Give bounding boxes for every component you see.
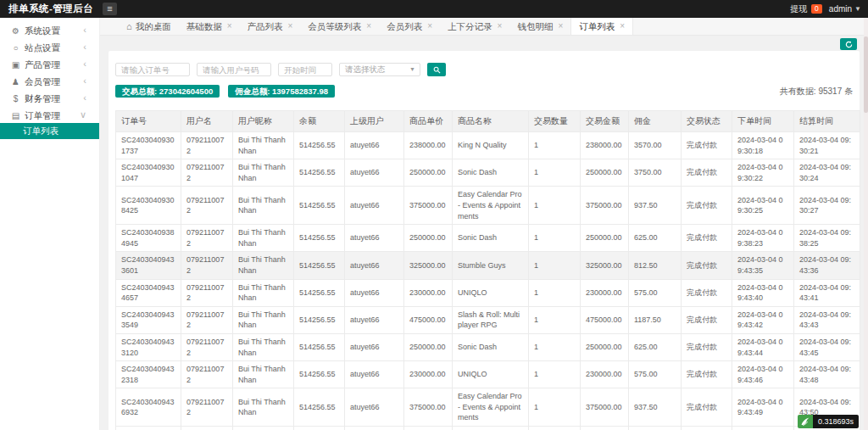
close-icon[interactable]: × [558, 18, 563, 35]
table-cell: 2024-03-04 09:30:27 [794, 187, 860, 225]
table-cell: SC24030409308425 [116, 187, 181, 225]
tab[interactable]: 基础数据× [179, 18, 240, 35]
table-cell: SC24030409301047 [116, 159, 181, 187]
withdraw-link[interactable]: 提现 [790, 3, 807, 15]
table-cell: 514256.55 [294, 306, 345, 333]
close-icon[interactable]: × [498, 18, 503, 35]
table-row: SC240304094335490792110072Bui Thi Thanh … [116, 306, 860, 333]
sidebar-item[interactable]: ⚙系统设置‹ [0, 21, 99, 38]
close-icon[interactable]: × [227, 18, 232, 35]
table-cell: 325000.00 [581, 252, 629, 279]
table-row: SC240304093017370792110072Bui Thi Thanh … [116, 132, 860, 159]
tab[interactable]: 订单列表× [570, 18, 633, 35]
table-cell: 514256.55 [294, 225, 345, 252]
status-select-value: 请选择状态 [345, 64, 386, 74]
menu-collapse-button[interactable]: ≡ [103, 3, 117, 15]
tab[interactable]: 钱包明细× [509, 18, 570, 35]
trace-badge[interactable]: 0.318693s [798, 415, 859, 428]
table-cell: atuyet66 [345, 333, 404, 360]
scrollbar-thumb[interactable] [864, 36, 868, 113]
home-icon: ⌂ [126, 18, 132, 35]
table-cell: atuyet66 [345, 225, 404, 252]
tab[interactable]: ⌂我的桌面 [119, 18, 179, 35]
sidebar-item[interactable]: ♟会员管理‹ [0, 72, 99, 89]
chevron-collapsed-icon: ‹ [83, 21, 86, 38]
table-cell: Bui Thi Thanh Nhan [233, 427, 294, 430]
status-select[interactable]: 请选择状态 ▼ [339, 63, 420, 76]
table-cell: 230000.00 [581, 279, 629, 306]
tab-label: 产品列表 [248, 18, 283, 35]
tab[interactable]: 产品列表× [240, 18, 301, 35]
sidebar-item[interactable]: ○站点设置‹ [0, 38, 99, 55]
tab[interactable]: 上下分记录× [440, 18, 509, 35]
table-cell: 0792110072 [181, 279, 233, 306]
table-cell: 1 [529, 333, 581, 360]
user-menu[interactable]: admin [829, 4, 852, 14]
table-cell: 475000.00 [404, 306, 453, 333]
table-cell: 0792110072 [181, 225, 233, 252]
table-cell: 2024-03-04 09:30:22 [732, 159, 794, 187]
close-icon[interactable]: × [427, 18, 432, 35]
sidebar-item[interactable]: $财务管理‹ [0, 89, 99, 106]
table-cell: 0792110072 [181, 132, 233, 159]
member-icon: ♟ [10, 74, 21, 91]
chevron-collapsed-icon: ‹ [83, 38, 86, 55]
table-cell: 完成付款 [682, 159, 732, 187]
user-no-input[interactable] [197, 63, 271, 76]
table-cell: 0792110072 [181, 333, 233, 360]
search-icon [433, 66, 441, 74]
top-bar: 排单系统-管理后台 ≡ 提现 0 admin ▼ [0, 0, 868, 18]
trade-total-badge[interactable]: 交易总额: 273042604500 [115, 85, 220, 98]
window-scrollbar[interactable] [864, 18, 868, 430]
refresh-button[interactable] [840, 38, 857, 50]
table-cell: atuyet66 [345, 279, 404, 306]
table-cell: Bui Thi Thanh Nhan [233, 132, 294, 159]
table-cell: SC24030409446155 [116, 427, 181, 430]
start-time-input[interactable] [278, 63, 332, 76]
table-cell: 2024-03-04 09:30:21 [794, 132, 860, 159]
close-icon[interactable]: × [620, 18, 625, 35]
table-cell: 475000.00 [581, 306, 629, 333]
sidebar-item[interactable]: ▣产品管理‹ [0, 55, 99, 72]
table-cell: 250000.00 [581, 159, 629, 187]
tab-label: 上下分记录 [448, 18, 492, 35]
sidebar-item-label: 会员管理 [25, 76, 60, 87]
tab[interactable]: 会员等级列表× [300, 18, 379, 35]
commission-total-badge[interactable]: 佣金总额: 1397582837.98 [228, 85, 335, 98]
table-cell: 514256.55 [294, 187, 345, 225]
table-cell: 575.00 [629, 279, 682, 306]
search-button[interactable] [427, 63, 446, 76]
table-cell: 1 [529, 388, 581, 427]
totals-row: 交易总额: 273042604500 佣金总额: 1397582837.98 共… [115, 85, 853, 98]
close-icon[interactable]: × [366, 18, 371, 35]
table-cell: 514256.55 [294, 252, 345, 279]
close-icon[interactable]: × [288, 18, 293, 35]
table-cell: atuyet66 [345, 361, 404, 388]
table-cell: 2024-03-04 09:38:25 [794, 225, 860, 252]
table-cell: 514256.55 [294, 427, 345, 430]
order-no-input[interactable] [115, 63, 190, 76]
table-cell: Easy Calendar Pro - Events & Appointment… [453, 187, 529, 225]
table-cell: 514256.55 [294, 279, 345, 306]
trace-time: 0.318693s [813, 415, 859, 428]
table-cell: 625.00 [629, 333, 682, 360]
table-cell: 238000.00 [581, 132, 629, 159]
table-row: SC240304094331200792110072Bui Thi Thanh … [116, 333, 860, 360]
table-cell: atuyet66 [345, 427, 404, 430]
gear-icon: ⚙ [10, 23, 21, 40]
sidebar-subitem-order-list[interactable]: 订单列表 [0, 123, 99, 139]
table-cell: Bui Thi Thanh Nhan [233, 333, 294, 360]
sidebar-item-label: 系统设置 [25, 25, 60, 36]
refresh-icon [845, 41, 853, 48]
sidebar-item[interactable]: ▤订单管理∨ [0, 106, 99, 123]
site-icon: ○ [10, 40, 21, 57]
table-cell: Bui Thi Thanh Nhan [233, 159, 294, 187]
tab[interactable]: 会员列表× [379, 18, 440, 35]
table-row: SC240304094323180792110072Bui Thi Thanh … [116, 361, 860, 388]
table-cell: 937.50 [629, 187, 682, 225]
table-cell: 2024-03-04 09:43:48 [794, 361, 860, 388]
table-cell: SC24030409433549 [116, 306, 181, 333]
table-cell: 250000.00 [404, 159, 453, 187]
chevron-expanded-icon: ∨ [80, 106, 86, 123]
table-cell: 完成付款 [682, 306, 732, 333]
